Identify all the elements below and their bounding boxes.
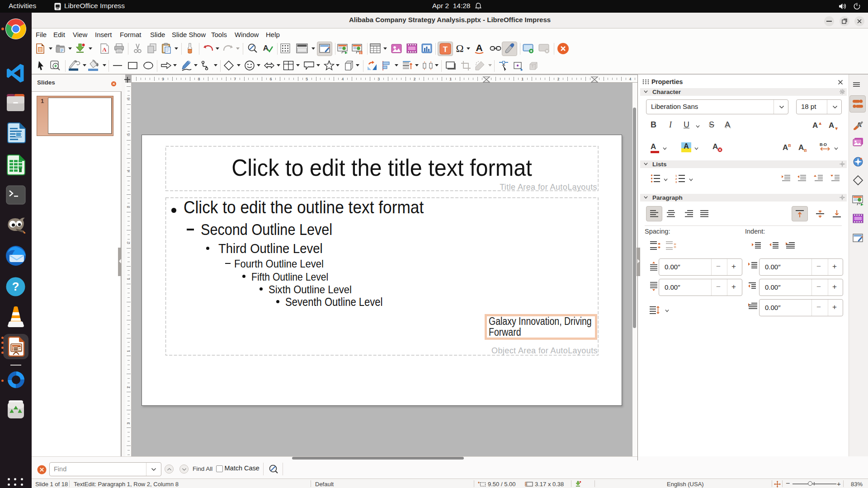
svg-text:A: A bbox=[476, 42, 482, 53]
svg-text:A: A bbox=[102, 46, 107, 53]
svg-text:A: A bbox=[263, 44, 269, 52]
svg-text:T: T bbox=[443, 45, 448, 54]
svg-text:Ω: Ω bbox=[456, 43, 463, 54]
svg-text:1: 1 bbox=[675, 174, 677, 177]
svg-text:3: 3 bbox=[675, 181, 677, 183]
svg-text:?: ? bbox=[12, 280, 19, 293]
svg-text:2: 2 bbox=[675, 178, 677, 180]
